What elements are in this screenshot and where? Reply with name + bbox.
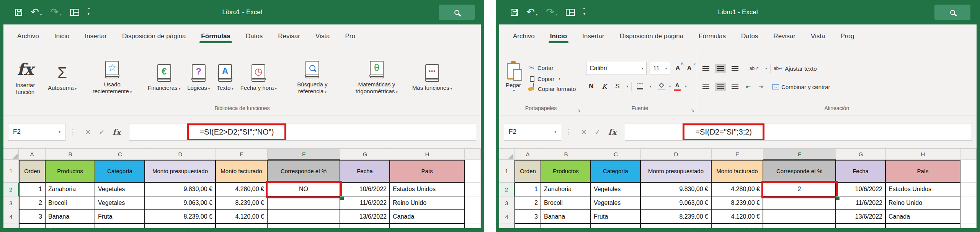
cell-pais[interactable]: Canada <box>390 210 465 224</box>
ribbon-tab[interactable]: Pro <box>337 27 363 45</box>
ribbon-tab[interactable]: Insertar <box>575 27 612 45</box>
cell-pais[interactable]: Canada <box>886 210 960 224</box>
column-letter[interactable]: H <box>886 149 960 160</box>
cell-corresponde[interactable] <box>268 196 340 210</box>
cell-fecha[interactable]: 14/6/2022 <box>340 224 390 228</box>
column-letter[interactable]: E <box>216 149 268 160</box>
format-painter-button[interactable]: Copiar formato <box>528 86 576 92</box>
column-letter-extra[interactable] <box>465 149 481 160</box>
row-number[interactable]: 3 <box>3 196 19 210</box>
font-size-select[interactable]: 11▾ <box>650 62 670 75</box>
row-number[interactable]: 1 <box>3 160 19 183</box>
column-letter[interactable]: A <box>19 149 46 160</box>
cell-orden[interactable]: 2 <box>514 196 541 210</box>
table-button[interactable] <box>70 9 79 16</box>
decrease-indent-button[interactable] <box>744 81 753 92</box>
column-letter[interactable]: B <box>541 149 591 160</box>
header-cell[interactable]: País <box>886 160 960 183</box>
empty-cell[interactable] <box>465 210 481 224</box>
function-category-button[interactable]: Más funciones▾ <box>409 63 456 92</box>
ribbon-tab[interactable]: Datos <box>733 27 766 45</box>
align-middle-button[interactable] <box>715 64 726 73</box>
header-cell[interactable]: Productos <box>541 160 591 183</box>
header-cell[interactable]: Monto facturado <box>216 160 268 183</box>
customize-qat-button[interactable] <box>583 8 585 16</box>
header-cell[interactable]: Monto presupuestado <box>641 160 712 183</box>
ribbon-tab[interactable]: Vista <box>308 27 338 45</box>
cell-categoria[interactable]: Vegetales <box>95 196 145 210</box>
cell-monto-facturado[interactable]: 8.239,00 € <box>712 196 763 210</box>
increase-indent-button[interactable] <box>756 81 766 92</box>
row-number[interactable]: 2 <box>3 183 19 196</box>
cell-producto[interactable]: Banana <box>541 210 591 224</box>
name-box[interactable]: F2▾ <box>504 123 561 141</box>
cell-categoria[interactable]: Fruta <box>591 210 641 224</box>
dialog-launcher-icon[interactable]: ↘ <box>691 107 695 113</box>
redo-button[interactable]: ▾ <box>50 8 61 17</box>
save-button[interactable] <box>15 9 22 16</box>
column-letter[interactable]: C <box>95 149 145 160</box>
cell-categoria[interactable]: Vegetales <box>591 196 641 210</box>
save-button[interactable] <box>511 9 518 16</box>
wrap-text-button[interactable]: abAjustar texto <box>774 65 817 72</box>
row-number[interactable]: 2 <box>499 183 514 196</box>
select-all-corner[interactable] <box>3 149 19 160</box>
cell-fecha[interactable]: 10/6/2022 <box>836 183 886 196</box>
cell-monto-presupuestado[interactable]: 6.891,00 € <box>641 224 712 228</box>
align-bottom-button[interactable] <box>729 64 741 73</box>
cell-monto-presupuestado[interactable]: 6.891,00 € <box>145 224 216 228</box>
column-letter[interactable]: A <box>514 149 541 160</box>
ribbon-tab[interactable]: Fórmulas <box>691 27 733 45</box>
search-button[interactable] <box>439 5 475 20</box>
cell-monto-facturado[interactable]: 641,00 € <box>712 224 763 228</box>
empty-cell[interactable] <box>960 210 977 224</box>
increase-font-button[interactable] <box>673 64 682 73</box>
undo-button[interactable]: ▾ <box>526 8 537 17</box>
insert-function-fx-button[interactable]: fx <box>113 127 121 137</box>
cell-fecha[interactable]: 14/6/2022 <box>836 224 886 228</box>
header-cell[interactable]: Categoría <box>591 160 641 183</box>
function-category-button[interactable]: Lógicas▾ <box>184 63 213 92</box>
column-letter[interactable]: C <box>591 149 641 160</box>
cell-corresponde[interactable] <box>268 224 340 228</box>
function-category-button[interactable]: Autosuma▾ <box>44 63 80 92</box>
cell-orden[interactable]: 3 <box>514 210 541 224</box>
header-cell[interactable]: País <box>390 160 465 183</box>
header-cell[interactable]: Categoría <box>95 160 145 183</box>
cell-monto-facturado[interactable]: 4.120,00 € <box>216 210 268 224</box>
dialog-launcher-icon[interactable]: ↘ <box>577 107 581 113</box>
cell-orden[interactable]: 1 <box>19 183 46 196</box>
paste-button[interactable]: Pegar ▾ <box>502 62 524 93</box>
empty-cell[interactable] <box>960 224 977 228</box>
cell-producto[interactable]: Brocoli <box>46 196 95 210</box>
borders-button[interactable] <box>635 81 645 91</box>
ribbon-tab[interactable]: Vista <box>803 27 833 45</box>
empty-cell[interactable] <box>465 183 481 196</box>
ribbon-tab[interactable]: Prog <box>833 27 862 45</box>
cell-categoria[interactable]: Fruta <box>95 210 145 224</box>
empty-cell[interactable] <box>465 224 481 228</box>
cell-categoria[interactable]: Vegetales <box>95 183 145 196</box>
cell-categoria[interactable]: Granos <box>591 224 641 228</box>
header-cell[interactable]: Corresponde el % <box>268 160 340 183</box>
function-category-button[interactable]: Matemáticas y trigonométricas▾ <box>345 60 409 95</box>
row-number[interactable]: 4 <box>499 210 514 224</box>
merge-center-button[interactable]: Combinar y centrar <box>772 84 830 90</box>
cell-monto-presupuestado[interactable]: 9.830,00 € <box>641 183 712 196</box>
decrease-font-button[interactable] <box>685 64 694 73</box>
formula-input-highlighted[interactable]: =SI(E2>D2;"SI";"NO") <box>187 123 286 141</box>
column-letter[interactable]: D <box>145 149 216 160</box>
header-cell[interactable]: Monto presupuestado <box>145 160 216 183</box>
function-category-button[interactable]: Fecha y hora▾ <box>237 63 280 92</box>
cell-fecha[interactable]: 13/6/2022 <box>836 210 886 224</box>
function-category-button[interactable]: Texto▾ <box>213 63 237 92</box>
cell-pais[interactable]: Reino Unido <box>886 196 960 210</box>
customize-qat-button[interactable] <box>88 8 90 16</box>
cell-producto[interactable]: Frijoles <box>541 224 591 228</box>
cell-producto[interactable]: Banana <box>46 210 95 224</box>
cell-monto-presupuestado[interactable]: 8.239,00 € <box>641 210 712 224</box>
cell-producto[interactable]: Zanahoria <box>46 183 95 196</box>
column-letter[interactable]: G <box>836 149 886 160</box>
ribbon-tab[interactable]: Fórmulas <box>193 27 238 45</box>
font-name-select[interactable]: Calibri▾ <box>586 62 647 75</box>
